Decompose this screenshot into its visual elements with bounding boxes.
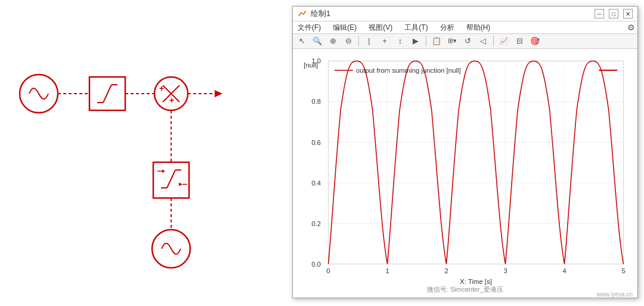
chart-icon <box>298 9 307 18</box>
minimize-button[interactable]: ─ <box>595 9 604 18</box>
svg-text:0.2: 0.2 <box>311 220 321 227</box>
zoom-fit-tool[interactable]: 🔍 <box>311 35 324 48</box>
svg-marker-20 <box>162 169 165 173</box>
play-tool[interactable]: ▶ <box>409 35 422 48</box>
select-tool[interactable]: ↖ <box>295 35 308 48</box>
axis-tool[interactable]: ↕ <box>394 35 407 48</box>
back-tool[interactable]: ◁ <box>476 35 490 48</box>
menu-edit[interactable]: 编辑(E) <box>330 23 359 33</box>
svg-text:+: + <box>159 84 164 93</box>
zoom-in-tool[interactable]: ⊕ <box>326 35 339 48</box>
close-button[interactable]: ✕ <box>623 9 633 18</box>
minus-tool[interactable]: ⊟ <box>513 35 526 48</box>
watermark: 微信号: Simcenter_爱液压 <box>427 285 503 294</box>
svg-text:+: + <box>169 95 174 105</box>
maximize-button[interactable]: □ <box>609 9 618 18</box>
svg-text:0.6: 0.6 <box>311 139 321 146</box>
svg-text:1: 1 <box>385 267 389 274</box>
svg-line-17 <box>167 170 175 188</box>
settings-icon[interactable]: ⚙ <box>627 23 635 32</box>
toolbar-sep-1 <box>358 36 359 47</box>
menu-view[interactable]: 视图(V) <box>366 23 395 33</box>
toolbar-sep-2 <box>426 36 426 47</box>
title-bar: 绘制1 ─ □ ✕ <box>293 7 637 21</box>
svg-text:0.8: 0.8 <box>311 98 321 105</box>
window-title: 绘制1 <box>311 8 330 19</box>
title-controls[interactable]: ─ □ ✕ <box>595 9 633 18</box>
zoom-out-tool[interactable]: ⊖ <box>342 35 355 48</box>
svg-text:0: 0 <box>326 267 330 274</box>
svg-text:4: 4 <box>562 267 566 274</box>
svg-marker-13 <box>215 90 222 97</box>
chart-tool[interactable]: 📈 <box>497 35 510 48</box>
watermark2: www.iyeya.cn <box>596 291 633 298</box>
svg-text:X: Time [s]: X: Time [s] <box>460 278 492 285</box>
crosshair-tool[interactable]: + <box>378 35 391 48</box>
svg-text:0.0: 0.0 <box>311 261 321 268</box>
svg-text:2: 2 <box>444 267 448 274</box>
plot-svg: [null] output from summing junction [nul… <box>298 54 633 293</box>
target-tool[interactable]: 🎯 <box>528 35 541 48</box>
svg-marker-22 <box>179 183 182 186</box>
svg-text:3: 3 <box>503 267 507 274</box>
grid-tool[interactable]: ⊞▾ <box>445 35 459 48</box>
undo-tool[interactable]: ↺ <box>461 35 474 48</box>
menu-file[interactable]: 文件(F) <box>295 23 323 33</box>
svg-text:1.0: 1.0 <box>311 57 321 64</box>
diagram-area: + + <box>0 0 292 306</box>
menu-help[interactable]: 帮助(H) <box>464 23 493 33</box>
cursor-tool[interactable]: | <box>363 35 376 48</box>
toolbar: ↖ 🔍 ⊕ ⊖ | + ↕ ▶ 📋 ⊞▾ ↺ ◁ 📈 ⊟ 🎯 <box>293 34 637 49</box>
svg-text:5: 5 <box>621 267 625 274</box>
svg-line-4 <box>103 85 112 103</box>
menu-bar: 文件(F) 编辑(E) 视图(V) 工具(T) 分析 帮助(H) ⚙ <box>293 21 637 33</box>
title-left: 绘制1 <box>298 8 330 19</box>
svg-text:0.4: 0.4 <box>311 180 321 187</box>
copy-tool[interactable]: 📋 <box>430 35 443 48</box>
menu-tools[interactable]: 工具(T) <box>402 23 430 33</box>
sim-window: 绘制1 ─ □ ✕ 文件(F) 编辑(E) 视图(V) 工具(T) 分析 帮助(… <box>292 6 638 298</box>
toolbar-sep-3 <box>493 36 494 47</box>
menu-analysis[interactable]: 分析 <box>438 23 457 33</box>
plot-container: [null] output from summing junction [nul… <box>293 49 637 298</box>
